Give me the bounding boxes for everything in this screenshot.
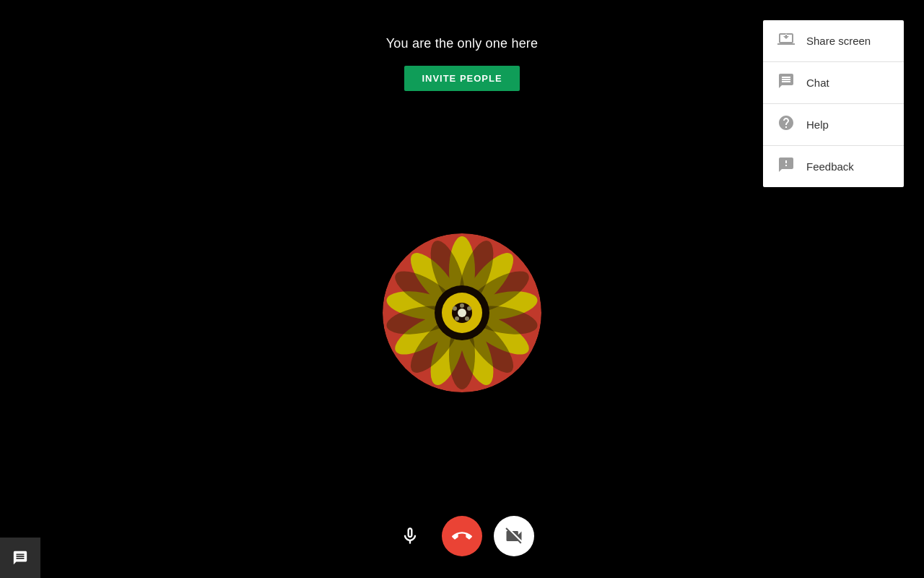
share-screen-label: Share screen — [806, 35, 871, 47]
share-screen-item[interactable]: Share screen — [763, 20, 904, 62]
svg-point-24 — [453, 306, 457, 311]
feedback-item[interactable]: Feedback — [763, 146, 904, 187]
chat-label: Chat — [806, 77, 829, 89]
right-panel: Share screen Chat Help Feedback — [763, 20, 904, 187]
mic-icon — [400, 526, 420, 546]
video-toggle-button[interactable] — [494, 516, 534, 556]
share-screen-icon — [777, 30, 795, 51]
bottom-controls — [390, 516, 534, 556]
hangup-icon — [452, 526, 472, 546]
help-label: Help — [806, 118, 829, 131]
feedback-icon — [777, 156, 795, 177]
only-one-message: You are the only one here — [386, 36, 539, 51]
invite-people-button[interactable]: INVITE PEOPLE — [404, 66, 519, 91]
chat-bottom-icon — [12, 550, 28, 566]
video-off-icon — [504, 526, 524, 546]
mic-button[interactable] — [390, 516, 430, 556]
chat-bottom-left-button[interactable] — [0, 538, 40, 578]
help-icon — [777, 114, 795, 135]
help-item[interactable]: Help — [763, 104, 904, 146]
feedback-label: Feedback — [806, 160, 854, 173]
svg-point-27 — [455, 316, 459, 321]
chat-item[interactable]: Chat — [763, 62, 904, 104]
svg-point-23 — [458, 309, 466, 317]
avatar — [383, 233, 541, 392]
svg-point-26 — [460, 303, 464, 308]
svg-point-25 — [467, 306, 471, 311]
hangup-button[interactable] — [442, 516, 482, 556]
chat-panel-icon — [777, 72, 795, 93]
svg-point-28 — [465, 316, 469, 321]
